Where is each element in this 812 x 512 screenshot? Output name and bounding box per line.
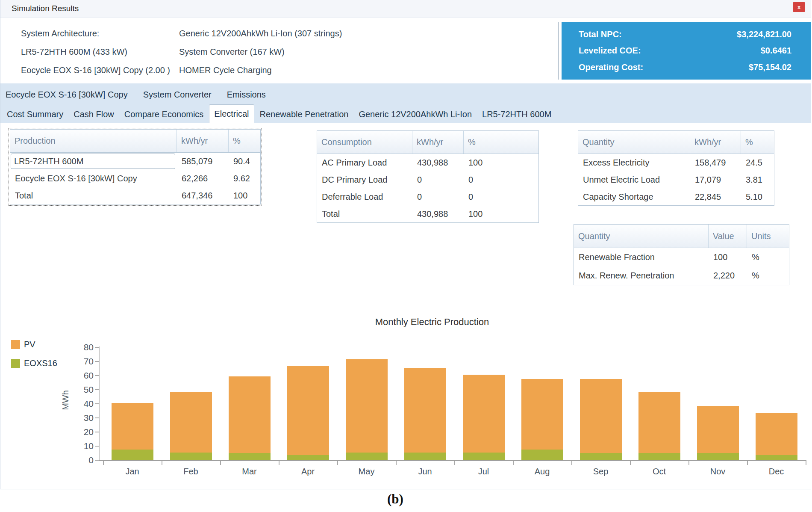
- x-tick-mark: [162, 461, 162, 465]
- cell-quantity-0: Excess Electricity: [578, 154, 690, 171]
- bar-pv-oct: [638, 392, 680, 453]
- header-divider: [560, 22, 560, 80]
- tab-lr5-72hth-600m[interactable]: LR5-72HTH 600M: [477, 105, 556, 123]
- tab-cost-summary[interactable]: Cost Summary: [2, 105, 68, 123]
- x-tick-label-apr: Apr: [285, 465, 332, 477]
- table-row: Excess Electricity158,47924.5: [578, 154, 774, 171]
- cell-kwh-yr-1: 17,079: [690, 171, 741, 188]
- operating-cost-value: $75,154.02: [749, 62, 791, 72]
- production-table: ProductionkWh/yr%LR5-72HTH 600M585,07990…: [10, 129, 261, 204]
- y-tick-label-0: 0: [64, 454, 94, 466]
- tab-electrical[interactable]: Electrical: [209, 104, 254, 123]
- bar-eoxs16-oct: [638, 453, 680, 460]
- bar-eoxs16-mar: [229, 453, 271, 460]
- x-tick-label-may: May: [343, 465, 390, 477]
- cell--2: 100: [229, 187, 260, 204]
- bar-pv-mar: [229, 376, 271, 453]
- cell-quantity-2: Capacity Shortage: [578, 188, 690, 205]
- table-header-row: ProductionkWh/yr%: [10, 130, 260, 153]
- table-header-row: QuantitykWh/yr%: [578, 131, 774, 154]
- bar-pv-feb: [170, 392, 212, 453]
- cell--0: 90.4: [229, 153, 260, 170]
- bar-eoxs16-feb: [170, 453, 212, 460]
- bar-pv-aug: [521, 379, 563, 450]
- pv-legend-label: PV: [24, 340, 35, 349]
- close-button[interactable]: x: [793, 2, 805, 12]
- bar-eoxs16-may: [346, 453, 388, 460]
- x-tick-mark: [337, 461, 338, 465]
- cell--0: 100: [464, 154, 538, 171]
- tab-eocycle-eox-s-16-30kw-copy[interactable]: Eocycle EOX S-16 [30kW] Copy: [5, 87, 129, 102]
- cell-units-1: %: [747, 266, 789, 285]
- column-header-production: Production: [10, 130, 177, 152]
- tab-renewable-penetration[interactable]: Renewable Penetration: [255, 105, 353, 123]
- architecture-wind: Eocycle EOX S-16 [30kW] Copy (2.00 ): [21, 65, 170, 76]
- tab-compare-economics[interactable]: Compare Economics: [120, 105, 209, 123]
- total-npc-row: Total NPC: $3,224,821.00: [579, 30, 791, 39]
- cell--3: 100: [464, 205, 538, 222]
- table-row: Capacity Shortage22,8455.10: [578, 188, 774, 205]
- architecture-label: System Architecture:: [21, 28, 99, 39]
- x-tick-mark: [630, 461, 631, 465]
- bar-pv-dec: [756, 413, 797, 455]
- y-tick-label-10: 10: [64, 440, 94, 452]
- tab-generic-12v200ahkwh-li-ion[interactable]: Generic 12V200AhkWh Li-Ion: [354, 105, 477, 123]
- bar-eoxs16-jul: [463, 453, 505, 460]
- cell--1: 9.62: [229, 170, 260, 187]
- x-tick-label-sep: Sep: [577, 465, 624, 477]
- consumption-table: ConsumptionkWh/yr%AC Primary Load430,988…: [317, 130, 539, 223]
- bar-eoxs16-aug: [521, 450, 563, 460]
- cell-consumption-1: DC Primary Load: [317, 171, 412, 188]
- y-tick-mark: [95, 389, 99, 390]
- table-row: Renewable Fraction100%: [574, 248, 789, 266]
- cell-value-0: 100: [709, 248, 747, 266]
- bar-pv-jun: [404, 368, 446, 453]
- pv-legend-swatch: [11, 340, 20, 349]
- table-row: Total430,988100: [317, 205, 538, 222]
- cell-kwh-yr-1: 62,266: [177, 170, 229, 187]
- table-row: Deferrable Load00: [317, 188, 538, 205]
- bar-pv-jul: [463, 375, 505, 453]
- selected-cell[interactable]: LR5-72HTH 600M: [11, 154, 175, 169]
- x-tick-mark: [220, 461, 221, 465]
- x-tick-label-feb: Feb: [168, 465, 215, 477]
- cell-quantity-0: Renewable Fraction: [574, 248, 709, 266]
- x-tick-mark: [806, 461, 806, 465]
- header-divider: [558, 22, 559, 80]
- column-header-: %: [229, 130, 260, 152]
- x-tick-mark: [513, 461, 514, 465]
- window-title: Simulation Results: [12, 0, 79, 17]
- cell-consumption-3: Total: [317, 205, 412, 222]
- column-header-value: Value: [709, 225, 747, 248]
- cost-summary-panel: Total NPC: $3,224,821.00 Levelized COE: …: [562, 22, 811, 80]
- tab-system-converter[interactable]: System Converter: [142, 87, 212, 102]
- quantity-table: QuantitykWh/yr%Excess Electricity158,479…: [578, 130, 774, 206]
- x-tick-label-mar: Mar: [226, 465, 273, 477]
- levelized-coe-label: Levelized COE:: [579, 46, 641, 56]
- architecture-converter: System Converter (167 kW): [179, 46, 285, 57]
- table-row: LR5-72HTH 600M585,07990.4: [10, 153, 260, 170]
- tab-cash-flow[interactable]: Cash Flow: [69, 105, 118, 123]
- cell-kwh-yr-2: 0: [412, 188, 464, 205]
- window-titlebar: Simulation Results: [0, 0, 811, 18]
- x-tick-mark: [103, 461, 104, 465]
- table-row: Max. Renew. Penetration2,220%: [574, 266, 789, 285]
- bar-eoxs16-jan: [112, 450, 153, 460]
- chart-title: Monthly Electric Production: [112, 317, 753, 328]
- x-tick-label-dec: Dec: [753, 465, 800, 477]
- architecture-pv: LR5-72HTH 600M (433 kW): [21, 46, 127, 57]
- cell-production-2: Total: [10, 187, 177, 204]
- y-tick-label-70: 70: [64, 355, 94, 367]
- column-header-quantity: Quantity: [574, 225, 709, 248]
- table-row: Unmet Electric Load17,0793.81: [578, 171, 774, 188]
- cell-consumption-0: AC Primary Load: [317, 154, 412, 171]
- cell-kwh-yr-0: 158,479: [690, 154, 741, 171]
- bar-eoxs16-sep: [580, 453, 622, 460]
- table-row: Eocycle EOX S-16 [30kW] Copy62,2669.62: [10, 170, 260, 187]
- bar-pv-nov: [697, 406, 739, 453]
- levelized-coe-value: $0.6461: [761, 46, 791, 56]
- tab-emissions[interactable]: Emissions: [226, 87, 267, 102]
- column-header-kwh-yr: kWh/yr: [412, 131, 464, 154]
- total-npc-label: Total NPC:: [579, 30, 622, 39]
- bar-pv-sep: [580, 379, 622, 453]
